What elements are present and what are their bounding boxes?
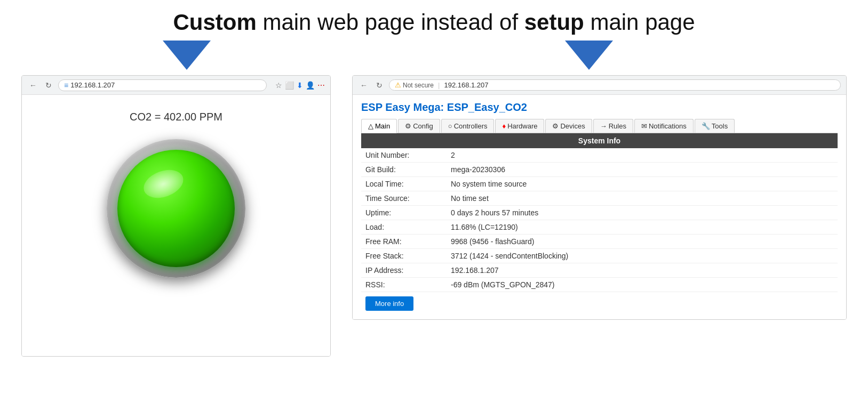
right-url-text: 192.168.1.207 bbox=[444, 81, 488, 89]
table-row: IP Address:192.168.1.207 bbox=[361, 263, 838, 278]
back-button[interactable]: ← bbox=[27, 80, 39, 91]
table-row: Free Stack:3712 (1424 - sendContentBlock… bbox=[361, 249, 838, 263]
left-url-stripes-icon: ≡ bbox=[64, 81, 68, 90]
hardware-tab-icon: ♦ bbox=[502, 122, 506, 130]
rules-tab-icon: → bbox=[600, 122, 607, 130]
browsers-row: ← ↻ ≡ 192.168.1.207 ☆ ⬜ ⬇ 👤 ⋯ CO2 = 402.… bbox=[0, 75, 868, 357]
left-browser-window: ← ↻ ≡ 192.168.1.207 ☆ ⬜ ⬇ 👤 ⋯ CO2 = 402.… bbox=[21, 75, 331, 357]
arrows-row bbox=[0, 41, 868, 70]
menu-icon: ⋯ bbox=[317, 81, 325, 90]
nav-tabs: △Main ⚙Config ○Controllers ♦Hardware ⚙De… bbox=[361, 119, 838, 133]
not-secure-indicator: ⚠ Not secure bbox=[395, 81, 434, 89]
green-button-inner bbox=[117, 150, 235, 267]
table-row: Unit Number:2 bbox=[361, 148, 838, 163]
table-row: Load:11.68% (LC=12190) bbox=[361, 220, 838, 235]
row-value: -69 dBm (MGTS_GPON_2847) bbox=[447, 278, 838, 292]
config-tab-icon: ⚙ bbox=[405, 122, 411, 130]
co2-display: CO2 = 402.00 PPM bbox=[130, 111, 222, 123]
row-value: mega-20230306 bbox=[447, 163, 838, 177]
right-back-button[interactable]: ← bbox=[358, 80, 370, 91]
row-label: Free Stack: bbox=[361, 249, 447, 263]
tab-controllers[interactable]: ○Controllers bbox=[441, 119, 495, 133]
tab-config[interactable]: ⚙Config bbox=[398, 119, 440, 133]
right-reload-button[interactable]: ↻ bbox=[374, 80, 385, 91]
tab-main[interactable]: △Main bbox=[361, 119, 397, 133]
arrow-left-container bbox=[32, 41, 341, 70]
row-value: No system time source bbox=[447, 177, 838, 191]
right-browser-window: ← ↻ ⚠ Not secure | 192.168.1.207 ESP Eas… bbox=[352, 75, 847, 320]
table-row: Free RAM:9968 (9456 - flashGuard) bbox=[361, 235, 838, 249]
table-row: Git Build:mega-20230306 bbox=[361, 163, 838, 177]
left-browser-bar: ← ↻ ≡ 192.168.1.207 ☆ ⬜ ⬇ 👤 ⋯ bbox=[22, 76, 330, 95]
arrow-right-container bbox=[341, 41, 836, 70]
row-label: Time Source: bbox=[361, 191, 447, 206]
more-info-button[interactable]: More info bbox=[365, 296, 413, 311]
system-info-header: System Info bbox=[361, 133, 838, 148]
table-row: RSSI:-69 dBm (MGTS_GPON_2847) bbox=[361, 278, 838, 292]
row-value: 3712 (1424 - sendContentBlocking) bbox=[447, 249, 838, 263]
row-value: 192.168.1.207 bbox=[447, 263, 838, 278]
tab-notifications[interactable]: ✉Notifications bbox=[634, 119, 694, 133]
table-row: Local Time:No system time source bbox=[361, 177, 838, 191]
left-url-text: 192.168.1.207 bbox=[70, 81, 115, 89]
download-icon: ⬇ bbox=[297, 81, 303, 90]
green-button-outer[interactable] bbox=[107, 139, 245, 278]
controllers-tab-icon: ○ bbox=[448, 122, 452, 130]
row-value: No time set bbox=[447, 191, 838, 206]
row-label: RSSI: bbox=[361, 278, 447, 292]
star-icon: ☆ bbox=[275, 81, 282, 90]
tab-hardware[interactable]: ♦Hardware bbox=[495, 119, 544, 133]
tab-devices[interactable]: ⚙Devices bbox=[545, 119, 592, 133]
row-value: 2 bbox=[447, 148, 838, 163]
row-label: Load: bbox=[361, 220, 447, 235]
devices-tab-icon: ⚙ bbox=[552, 122, 559, 130]
row-label: Git Build: bbox=[361, 163, 447, 177]
system-info-table: Unit Number:2Git Build:mega-20230306Loca… bbox=[361, 148, 838, 292]
row-label: IP Address: bbox=[361, 263, 447, 278]
more-info-button-container: More info bbox=[361, 292, 838, 313]
tools-tab-icon: 🔧 bbox=[702, 122, 710, 130]
row-value: 9968 (9456 - flashGuard) bbox=[447, 235, 838, 249]
right-url-bar[interactable]: ⚠ Not secure | 192.168.1.207 bbox=[389, 79, 841, 91]
row-label: Unit Number: bbox=[361, 148, 447, 163]
page-title: Custom main web page instead of setup ma… bbox=[0, 0, 868, 41]
right-browser-content: ESP Easy Mega: ESP_Easy_CO2 △Main ⚙Confi… bbox=[353, 95, 846, 319]
table-row: Time Source:No time set bbox=[361, 191, 838, 206]
table-row: Uptime:0 days 2 hours 57 minutes bbox=[361, 206, 838, 220]
row-label: Local Time: bbox=[361, 177, 447, 191]
left-arrow-icon bbox=[163, 41, 211, 70]
row-label: Free RAM: bbox=[361, 235, 447, 249]
right-arrow-icon bbox=[565, 41, 613, 70]
reload-button[interactable]: ↻ bbox=[43, 80, 54, 91]
row-value: 11.68% (LC=12190) bbox=[447, 220, 838, 235]
row-label: Uptime: bbox=[361, 206, 447, 220]
tab-rules[interactable]: →Rules bbox=[593, 119, 633, 133]
esp-page-title: ESP Easy Mega: ESP_Easy_CO2 bbox=[361, 101, 838, 114]
right-browser-bar: ← ↻ ⚠ Not secure | 192.168.1.207 bbox=[353, 76, 846, 95]
row-value: 0 days 2 hours 57 minutes bbox=[447, 206, 838, 220]
tab-tools[interactable]: 🔧Tools bbox=[695, 119, 735, 133]
main-tab-icon: △ bbox=[368, 122, 373, 130]
left-browser-icons: ☆ ⬜ ⬇ 👤 ⋯ bbox=[275, 81, 325, 90]
profile-icon: 👤 bbox=[306, 81, 315, 90]
notifications-tab-icon: ✉ bbox=[641, 122, 647, 130]
warning-triangle-icon: ⚠ bbox=[395, 81, 401, 89]
left-browser-content: CO2 = 402.00 PPM bbox=[22, 95, 330, 356]
left-url-bar[interactable]: ≡ 192.168.1.207 bbox=[58, 79, 267, 91]
cast-icon: ⬜ bbox=[285, 81, 294, 90]
